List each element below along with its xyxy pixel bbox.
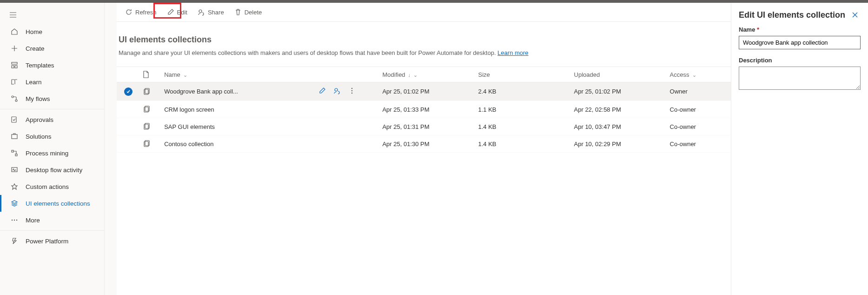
- refresh-icon: [125, 8, 133, 16]
- sidebar-item-label: Home: [26, 28, 42, 35]
- row-edit-icon[interactable]: [318, 87, 326, 94]
- row-more-icon[interactable]: [348, 87, 356, 94]
- chevron-down-icon: ⌄: [692, 72, 696, 78]
- sidebar-item-label: Process mining: [26, 150, 68, 157]
- svg-rect-0: [12, 62, 17, 64]
- share-button[interactable]: Share: [193, 6, 229, 19]
- svg-point-10: [12, 220, 13, 221]
- refresh-button[interactable]: Refresh: [120, 6, 161, 19]
- column-size[interactable]: Size: [476, 67, 571, 82]
- sidebar-item-myflows[interactable]: My flows: [0, 90, 104, 107]
- collection-icon: [143, 88, 159, 95]
- column-access[interactable]: Access⌄: [667, 67, 731, 82]
- column-name[interactable]: Name⌄: [161, 67, 316, 82]
- sidebar-item-ui-elements-collections[interactable]: UI elements collections: [0, 195, 104, 212]
- sidebar-item-label: Approvals: [26, 116, 53, 123]
- templates-icon: [11, 61, 18, 69]
- power-platform-icon: [11, 237, 18, 245]
- toolbar: Refresh Edit Share Delete: [117, 3, 731, 22]
- row-modified: Apr 25, 01:31 PM: [379, 118, 475, 135]
- svg-point-11: [14, 220, 15, 221]
- collections-table: Name⌄ Modified↓⌄ Size Uploaded Access⌄ W…: [117, 67, 731, 153]
- chevron-down-icon: ⌄: [413, 72, 417, 78]
- row-name[interactable]: Contoso collection: [161, 135, 316, 153]
- custom-actions-icon: [11, 183, 18, 190]
- book-icon: [11, 78, 18, 86]
- name-input[interactable]: [739, 36, 861, 49]
- sidebar-item-label: Solutions: [26, 133, 52, 140]
- close-icon: [852, 12, 858, 18]
- sidebar-item-label: Create: [26, 45, 45, 52]
- svg-point-17: [351, 88, 352, 89]
- share-icon: [198, 8, 205, 16]
- process-mining-icon: [11, 149, 18, 157]
- row-name[interactable]: SAP GUI elements: [161, 118, 316, 135]
- sidebar-item-label: More: [26, 217, 40, 224]
- sidebar-item-home[interactable]: Home: [0, 23, 104, 40]
- edit-button[interactable]: Edit: [162, 6, 192, 19]
- svg-point-4: [15, 100, 17, 101]
- svg-point-18: [351, 90, 352, 91]
- column-select[interactable]: [117, 67, 140, 82]
- page-title: UI elements collections: [119, 35, 731, 49]
- sidebar-item-learn[interactable]: Learn: [0, 74, 104, 90]
- svg-rect-1: [12, 66, 14, 68]
- row-modified: Apr 25, 01:02 PM: [379, 82, 475, 101]
- sidebar-item-desktop-flow-activity[interactable]: Desktop flow activity: [0, 161, 104, 178]
- svg-rect-8: [15, 154, 17, 156]
- svg-rect-2: [15, 66, 17, 68]
- table-row[interactable]: Contoso collection Apr 25, 01:30 PM 1.4 …: [117, 135, 731, 153]
- row-access: Co-owner: [667, 135, 731, 153]
- menu-toggle[interactable]: [0, 7, 104, 23]
- column-uploaded[interactable]: Uploaded: [571, 67, 667, 82]
- toolbar-label: Refresh: [135, 9, 157, 16]
- edit-panel: Edit UI elements collection Name * Descr…: [731, 3, 868, 295]
- sidebar-item-solutions[interactable]: Solutions: [0, 128, 104, 145]
- table-row[interactable]: SAP GUI elements Apr 25, 01:31 PM 1.4 KB…: [117, 118, 731, 135]
- sidebar-item-process-mining[interactable]: Process mining: [0, 145, 104, 161]
- page-description: Manage and share your UI elements collec…: [119, 49, 731, 67]
- sidebar-item-more[interactable]: More: [0, 212, 104, 228]
- panel-title: Edit UI elements collection: [739, 10, 845, 20]
- main-content: Refresh Edit Share Delete UI elements co…: [117, 3, 731, 295]
- row-name[interactable]: Woodgrove Bank app coll...: [161, 82, 316, 101]
- table-row[interactable]: CRM logon screen Apr 25, 01:33 PM 1.1 KB…: [117, 101, 731, 118]
- sidebar-item-label: Templates: [26, 62, 54, 69]
- column-modified[interactable]: Modified↓⌄: [379, 67, 475, 82]
- sidebar-item-power-platform[interactable]: Power Platform: [0, 233, 104, 249]
- svg-rect-5: [12, 117, 16, 122]
- approvals-icon: [11, 116, 18, 123]
- row-uploaded: Apr 25, 01:02 PM: [571, 82, 667, 101]
- row-size: 1.4 KB: [476, 118, 571, 135]
- learn-more-link[interactable]: Learn more: [497, 49, 528, 56]
- activity-icon: [11, 166, 18, 174]
- row-access: Owner: [667, 82, 731, 101]
- panel-close-button[interactable]: [849, 9, 861, 20]
- sidebar-item-label: Power Platform: [26, 238, 68, 245]
- row-uploaded: Apr 10, 02:29 PM: [571, 135, 667, 153]
- description-textarea[interactable]: [739, 67, 861, 90]
- sidebar-item-custom-actions[interactable]: Custom actions: [0, 178, 104, 195]
- more-icon: [11, 216, 18, 224]
- sidebar-item-approvals[interactable]: Approvals: [0, 111, 104, 128]
- sidebar-item-templates[interactable]: Templates: [0, 57, 104, 74]
- table-row[interactable]: Woodgrove Bank app coll... Apr 25, 01:02…: [117, 82, 731, 101]
- collection-icon: [143, 106, 159, 113]
- delete-icon: [234, 8, 242, 16]
- chevron-down-icon: ⌄: [183, 72, 187, 78]
- delete-button[interactable]: Delete: [230, 6, 267, 19]
- row-name[interactable]: CRM logon screen: [161, 101, 316, 118]
- row-share-icon[interactable]: [333, 87, 341, 94]
- svg-point-16: [335, 88, 338, 91]
- row-uploaded: Apr 22, 02:58 PM: [571, 101, 667, 118]
- svg-rect-6: [12, 134, 17, 139]
- row-size: 2.4 KB: [476, 82, 571, 101]
- row-size: 1.1 KB: [476, 101, 571, 118]
- svg-point-3: [12, 96, 13, 98]
- sidebar-item-create[interactable]: Create: [0, 40, 104, 57]
- description-label: Description: [739, 57, 861, 64]
- sidebar-item-label: Learn: [26, 79, 42, 86]
- row-selected-check[interactable]: [124, 87, 133, 96]
- sidebar-item-label: My flows: [26, 95, 50, 102]
- collection-icon: [143, 140, 159, 148]
